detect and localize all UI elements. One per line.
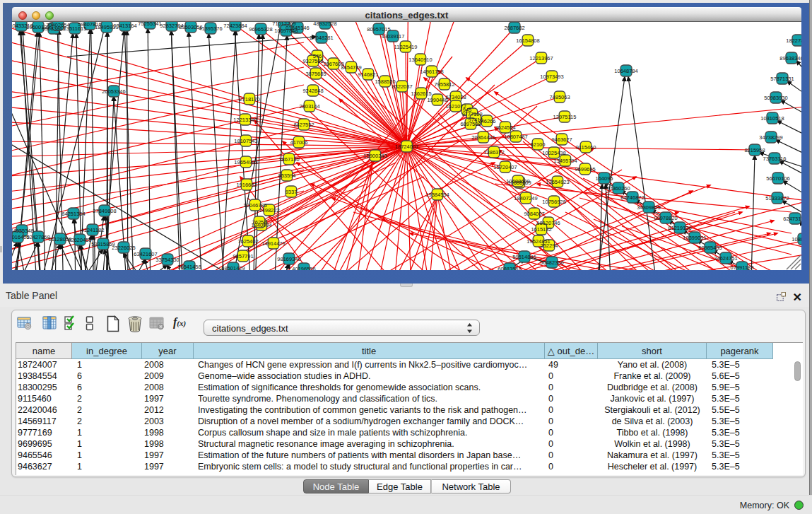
svg-text:13640910: 13640910 <box>408 57 432 63</box>
svg-text:62473178: 62473178 <box>783 216 801 222</box>
svg-text:7386372: 7386372 <box>483 149 504 156</box>
svg-text:48932528: 48932528 <box>313 22 336 27</box>
svg-text:9146821: 9146821 <box>358 71 378 78</box>
svg-text:27048281: 27048281 <box>310 35 333 41</box>
svg-text:18107543: 18107543 <box>234 138 257 144</box>
svg-text:60883561: 60883561 <box>498 266 521 271</box>
svg-text:3867130: 3867130 <box>278 156 299 163</box>
svg-text:01845146: 01845146 <box>286 25 309 31</box>
svg-text:75255341: 75255341 <box>138 22 161 27</box>
svg-text:20364436: 20364436 <box>471 134 495 141</box>
svg-text:52427868: 52427868 <box>26 234 49 240</box>
svg-text:10025438: 10025438 <box>542 150 565 156</box>
svg-text:81219136: 81219136 <box>668 225 691 231</box>
svg-text:07991183: 07991183 <box>731 264 754 271</box>
svg-text:51333872: 51333872 <box>765 195 789 201</box>
svg-text:1990448: 1990448 <box>427 97 447 103</box>
svg-text:2803144: 2803144 <box>299 103 319 110</box>
svg-text:9463627: 9463627 <box>551 136 572 143</box>
svg-text:2687682: 2687682 <box>504 25 524 31</box>
svg-text:8215958: 8215958 <box>744 147 765 153</box>
svg-text:853594: 853594 <box>278 173 295 179</box>
svg-text:56482366: 56482366 <box>540 259 563 266</box>
svg-text:34309805: 34309805 <box>637 204 660 211</box>
svg-text:19384554: 19384554 <box>425 192 449 198</box>
svg-text:12213349: 12213349 <box>233 117 257 123</box>
svg-text:64746872: 64746872 <box>620 194 644 201</box>
svg-text:9084007: 9084007 <box>524 211 544 217</box>
svg-text:20053346: 20053346 <box>102 88 125 95</box>
svg-text:77360260: 77360260 <box>606 185 630 192</box>
svg-text:13495794: 13495794 <box>553 158 577 164</box>
svg-text:1615132: 1615132 <box>531 226 551 233</box>
svg-text:10688609: 10688609 <box>506 178 529 185</box>
svg-text:10756928: 10756928 <box>542 199 565 205</box>
svg-text:84251354: 84251354 <box>61 211 85 217</box>
svg-text:8322037: 8322037 <box>392 83 412 90</box>
svg-text:73763116: 73763116 <box>763 156 787 162</box>
svg-text:19654983: 19654983 <box>234 159 257 165</box>
svg-text:13654923: 13654923 <box>546 179 569 185</box>
svg-text:89638346: 89638346 <box>779 55 801 62</box>
svg-text:59514846: 59514846 <box>512 254 536 260</box>
svg-text:23226025: 23226025 <box>112 245 135 251</box>
svg-text:10648784: 10648784 <box>614 68 637 74</box>
svg-text:69985435: 69985435 <box>698 245 722 251</box>
svg-text:76254: 76254 <box>252 219 267 226</box>
svg-text:8427552: 8427552 <box>293 122 314 128</box>
svg-text:15900243: 15900243 <box>363 153 387 159</box>
svg-text:10801326: 10801326 <box>792 236 801 243</box>
svg-text:43039117: 43039117 <box>382 33 405 40</box>
svg-text:14961758: 14961758 <box>420 69 443 75</box>
svg-text:03413164: 03413164 <box>113 23 136 29</box>
svg-text:34738299: 34738299 <box>759 134 782 141</box>
svg-text:417006: 417006 <box>290 139 307 146</box>
svg-text:14914479: 14914479 <box>261 240 285 247</box>
svg-text:252294: 252294 <box>540 243 558 249</box>
svg-text:6897508: 6897508 <box>460 121 481 127</box>
svg-text:2718170: 2718170 <box>239 96 259 103</box>
svg-text:10310518: 10310518 <box>760 115 784 122</box>
svg-text:63421607: 63421607 <box>134 251 157 257</box>
svg-text:9115460: 9115460 <box>576 144 596 151</box>
svg-text:16154808: 16154808 <box>516 37 539 44</box>
svg-text:19399091: 19399091 <box>683 235 706 241</box>
svg-text:12975115: 12975115 <box>553 114 577 120</box>
svg-text:10807487: 10807487 <box>504 134 527 140</box>
svg-text:96965328: 96965328 <box>249 26 272 33</box>
svg-text:50983930: 50983930 <box>764 95 787 101</box>
svg-text:9857791: 9857791 <box>233 253 253 259</box>
svg-text:41395376: 41395376 <box>199 25 222 32</box>
svg-text:1498222: 1498222 <box>259 207 279 214</box>
svg-text:9337: 9337 <box>286 189 298 195</box>
svg-text:7625402: 7625402 <box>237 238 258 245</box>
svg-text:18724007: 18724007 <box>395 144 418 150</box>
svg-text:27849808: 27849808 <box>93 208 116 214</box>
svg-text:9327505: 9327505 <box>302 58 323 64</box>
svg-text:7955812: 7955812 <box>434 81 454 88</box>
svg-text:36541458: 36541458 <box>177 264 201 270</box>
svg-text:82620450: 82620450 <box>68 237 91 243</box>
svg-text:98169340: 98169340 <box>277 256 300 262</box>
svg-text:68501429: 68501429 <box>221 265 245 271</box>
svg-text:33754330: 33754330 <box>155 257 179 263</box>
svg-text:18227824: 18227824 <box>786 37 801 44</box>
svg-text:34624751: 34624751 <box>714 255 737 262</box>
svg-text:9242848: 9242848 <box>302 88 323 94</box>
svg-text:11325419: 11325419 <box>394 44 418 50</box>
svg-text:3875685: 3875685 <box>305 71 326 77</box>
svg-text:56670106: 56670106 <box>766 175 789 182</box>
svg-text:57871331: 57871331 <box>770 76 794 82</box>
svg-text:40196556: 40196556 <box>292 266 315 271</box>
svg-text:2967608: 2967608 <box>323 61 343 67</box>
svg-text:00978820: 00978820 <box>654 215 677 221</box>
svg-text:12213967: 12213967 <box>529 55 553 62</box>
svg-text:15720407: 15720407 <box>493 164 517 170</box>
svg-text:7485063: 7485063 <box>549 94 570 100</box>
svg-text:10973493: 10973493 <box>540 74 563 80</box>
svg-text:18407249: 18407249 <box>514 195 537 201</box>
svg-text:62100: 62100 <box>531 141 546 148</box>
svg-text:80957015: 80957015 <box>367 26 390 33</box>
svg-text:44935348: 44935348 <box>12 228 34 234</box>
svg-text:9699695: 9699695 <box>575 166 595 173</box>
